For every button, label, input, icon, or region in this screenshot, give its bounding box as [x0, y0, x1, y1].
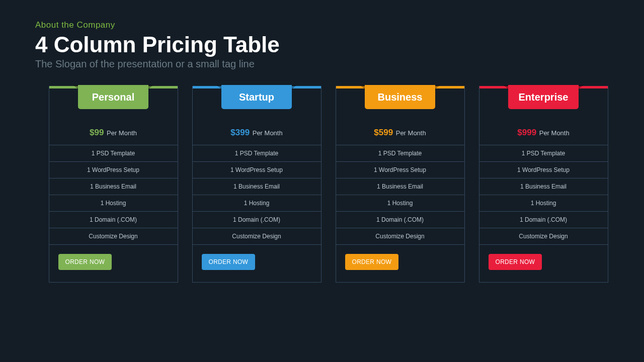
- plan-feature: 1 Business Email: [49, 178, 178, 195]
- plan-feature: 1 Domain (.COM): [49, 212, 178, 228]
- plan-feature: 1 WordPress Setup: [193, 162, 321, 178]
- plan-ribbon: Startup: [221, 85, 292, 109]
- page-subtitle: The Slogan of the presentation or a smal…: [35, 58, 609, 70]
- plan-feature: 1 Business Email: [479, 178, 608, 195]
- plan-price: $599: [374, 128, 393, 137]
- price-row: $599 Per Month: [336, 122, 464, 145]
- price-row: $399 Per Month: [193, 122, 321, 145]
- plan-feature: 1 Business Email: [193, 178, 321, 195]
- plan-feature: 1 WordPress Setup: [336, 162, 464, 178]
- plan-ribbon: Enterprise: [508, 85, 579, 109]
- plan-feature: Customize Design: [193, 228, 321, 245]
- pricing-cards-row: Personal$99 Per Month1 PSD Template1 Wor…: [48, 86, 609, 283]
- plan-price: $99: [90, 128, 104, 137]
- pricing-card-startup: Startup$399 Per Month1 PSD Template1 Wor…: [192, 86, 321, 283]
- plan-ribbon: Business: [365, 85, 435, 109]
- plan-period: Per Month: [251, 129, 283, 137]
- order-now-button[interactable]: ORDER NOW: [202, 254, 256, 270]
- pricing-card-enterprise: Enterprise$999 Per Month1 PSD Template1 …: [479, 86, 608, 283]
- plan-price: $399: [230, 128, 250, 137]
- plan-feature: 1 Hosting: [193, 195, 321, 212]
- order-now-button[interactable]: ORDER NOW: [345, 254, 399, 270]
- pricing-card-personal: Personal$99 Per Month1 PSD Template1 Wor…: [49, 86, 178, 283]
- overline-text: About the Company: [35, 20, 609, 30]
- plan-feature: 1 PSD Template: [336, 145, 464, 162]
- plan-feature: Customize Design: [479, 228, 608, 245]
- pricing-card-business: Business$599 Per Month1 PSD Template1 Wo…: [336, 86, 465, 283]
- plan-feature: 1 Hosting: [49, 195, 178, 212]
- plan-feature: 1 PSD Template: [49, 145, 178, 162]
- plan-feature: 1 WordPress Setup: [479, 162, 608, 178]
- plan-period: Per Month: [537, 129, 570, 137]
- plan-feature: 1 PSD Template: [193, 145, 321, 162]
- order-now-button[interactable]: ORDER NOW: [58, 254, 112, 270]
- plan-feature: 1 Domain (.COM): [336, 212, 464, 228]
- plan-feature: 1 Hosting: [479, 195, 608, 212]
- order-now-button[interactable]: ORDER NOW: [489, 254, 542, 270]
- plan-ribbon: Personal: [78, 85, 148, 109]
- plan-feature: 1 Domain (.COM): [193, 212, 321, 228]
- plan-price: $999: [517, 128, 536, 137]
- price-row: $99 Per Month: [49, 122, 178, 145]
- plan-period: Per Month: [105, 129, 137, 137]
- plan-feature: 1 WordPress Setup: [49, 162, 178, 178]
- plan-period: Per Month: [394, 129, 426, 137]
- plan-feature: 1 Hosting: [336, 195, 464, 212]
- plan-feature: Customize Design: [49, 228, 178, 245]
- plan-feature: 1 Domain (.COM): [479, 212, 608, 228]
- page-title: 4 Column Pricing Table: [35, 32, 609, 57]
- price-row: $999 Per Month: [479, 122, 608, 145]
- plan-feature: 1 Business Email: [336, 178, 464, 195]
- plan-feature: 1 PSD Template: [479, 145, 608, 162]
- plan-feature: Customize Design: [336, 228, 464, 245]
